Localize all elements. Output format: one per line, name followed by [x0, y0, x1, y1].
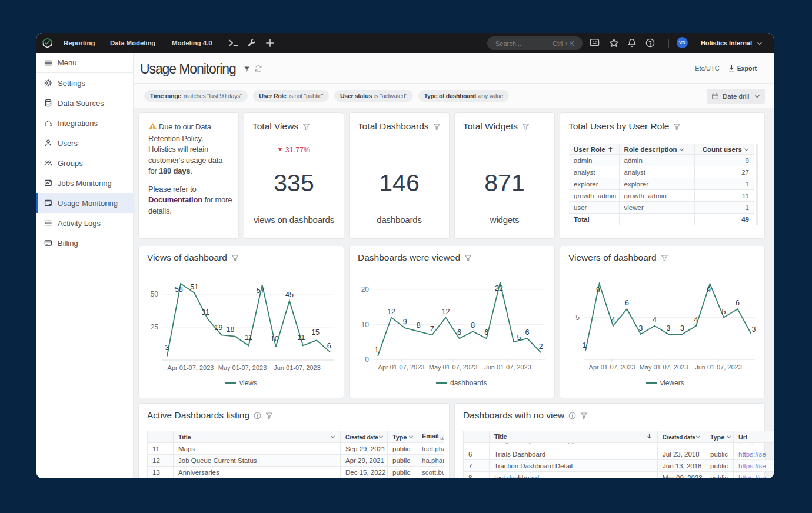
svg-text:18: 18 [227, 325, 235, 334]
svg-text:19: 19 [214, 324, 222, 332]
svg-text:7: 7 [430, 325, 434, 333]
svg-text:4: 4 [653, 316, 657, 324]
svg-text:Apr 01-07, 2023: Apr 01-07, 2023 [168, 364, 214, 371]
svg-text:1: 1 [583, 341, 587, 349]
svg-text:6: 6 [327, 342, 331, 350]
svg-text:Apr 01-07, 2023: Apr 01-07, 2023 [378, 364, 425, 371]
svg-text:11: 11 [245, 334, 252, 342]
svg-text:2: 2 [539, 342, 543, 351]
svg-text:51: 51 [190, 283, 198, 291]
svg-text:57: 57 [257, 287, 265, 295]
svg-text:viewers: viewers [660, 379, 684, 387]
svg-text:dashboards: dashboards [450, 379, 487, 387]
svg-text:58: 58 [175, 285, 183, 294]
svg-text:6: 6 [484, 328, 488, 337]
svg-text:3: 3 [639, 324, 643, 332]
svg-text:11: 11 [298, 334, 305, 342]
svg-text:4: 4 [611, 316, 615, 324]
svg-text:45: 45 [285, 291, 294, 299]
svg-text:May 01-07, 2023: May 01-07, 2023 [429, 364, 478, 371]
svg-text:6: 6 [625, 299, 629, 307]
svg-text:20: 20 [361, 285, 370, 294]
svg-text:31: 31 [201, 308, 209, 317]
svg-text:12: 12 [442, 308, 450, 316]
svg-text:5: 5 [722, 308, 726, 316]
svg-text:0: 0 [365, 355, 369, 364]
svg-text:9: 9 [596, 286, 600, 294]
svg-text:3: 3 [667, 324, 671, 332]
svg-text:22: 22 [495, 284, 503, 292]
svg-text:3: 3 [680, 324, 684, 332]
svg-text:6: 6 [525, 328, 530, 337]
svg-text:views: views [239, 379, 257, 387]
svg-text:Apr 01-07, 2023: Apr 01-07, 2023 [589, 364, 635, 371]
svg-text:5: 5 [575, 314, 580, 322]
svg-text:4: 4 [694, 316, 698, 324]
svg-text:10: 10 [361, 321, 370, 329]
svg-text:6: 6 [457, 328, 461, 337]
svg-text:9: 9 [707, 286, 711, 294]
svg-text:8: 8 [471, 321, 475, 329]
svg-text:3: 3 [165, 344, 169, 352]
svg-text:9: 9 [403, 318, 407, 326]
svg-text:Jun 01-07, 2023: Jun 01-07, 2023 [695, 364, 742, 371]
svg-text:May 01-07, 2023: May 01-07, 2023 [218, 364, 267, 371]
svg-text:15: 15 [311, 328, 320, 337]
svg-text:Jun 01-07, 2023: Jun 01-07, 2023 [274, 364, 321, 371]
svg-text:10: 10 [271, 335, 279, 343]
svg-text:1: 1 [375, 346, 379, 354]
svg-text:25: 25 [151, 323, 159, 331]
svg-text:6: 6 [736, 299, 740, 307]
svg-text:5: 5 [517, 334, 521, 342]
svg-text:May 01-07, 2023: May 01-07, 2023 [640, 364, 688, 371]
svg-text:8: 8 [417, 321, 421, 329]
svg-text:Jun 01-07, 2023: Jun 01-07, 2023 [484, 364, 531, 371]
svg-text:12: 12 [387, 308, 395, 316]
svg-text:50: 50 [151, 290, 159, 298]
svg-text:3: 3 [752, 325, 756, 334]
